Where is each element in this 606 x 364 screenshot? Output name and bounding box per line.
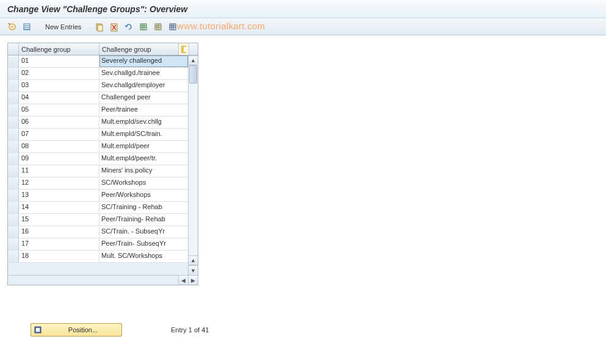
cell-code[interactable]: 15 <box>19 214 99 226</box>
copy-icon[interactable] <box>93 21 106 33</box>
row-selector[interactable] <box>8 177 19 189</box>
cell-code[interactable]: 09 <box>19 153 99 165</box>
position-icon <box>31 326 45 334</box>
table-row: 15Peer/Training- Rehab <box>8 214 188 226</box>
position-label: Position... <box>45 326 121 334</box>
cell-code[interactable]: 05 <box>19 104 99 116</box>
row-selector[interactable] <box>8 92 19 104</box>
row-selector[interactable] <box>8 190 19 201</box>
row-selector[interactable] <box>8 238 19 250</box>
row-selector[interactable] <box>8 116 19 128</box>
cell-code[interactable]: 14 <box>19 202 99 213</box>
table-row: 09Mult.empld/peer/tr. <box>8 153 188 165</box>
row-selector[interactable] <box>8 251 19 262</box>
row-selector[interactable] <box>8 165 19 177</box>
table-header: Challenge group Challenge group <box>8 43 198 55</box>
scroll-track[interactable] <box>189 65 198 255</box>
cell-desc[interactable]: Peer/trainee <box>99 104 188 116</box>
cell-desc[interactable]: Severely challenged <box>99 55 188 67</box>
row-selector[interactable] <box>8 153 19 165</box>
svg-rect-9 <box>182 46 184 52</box>
cell-desc[interactable]: Miners' ins.policy <box>99 165 188 177</box>
cell-code[interactable]: 16 <box>19 226 99 238</box>
column-config-icon[interactable] <box>179 43 189 55</box>
table-config-icon[interactable] <box>167 21 179 33</box>
content-area: Challenge group Challenge group 01Severe… <box>0 35 606 364</box>
cell-desc[interactable]: Mult. SC/Workshops <box>99 251 188 262</box>
table-row: 13Peer/Workshops <box>8 190 188 202</box>
cell-desc[interactable]: Mult.empld/SC/train. <box>99 129 188 140</box>
row-selector[interactable] <box>8 55 19 67</box>
svg-rect-6 <box>155 24 161 30</box>
scroll-right-icon[interactable]: ▶ <box>188 276 198 285</box>
table-row: 16SC/Train. - SubseqYr <box>8 226 188 238</box>
row-selector[interactable] <box>8 202 19 213</box>
scroll-thumb[interactable] <box>189 65 197 84</box>
position-button[interactable]: Position... <box>31 323 122 337</box>
table-row: 07Mult.empld/SC/train. <box>8 129 188 141</box>
row-selector[interactable] <box>8 104 19 116</box>
vertical-scrollbar[interactable]: ▲ ▲ ▼ <box>188 55 198 275</box>
table-row: 18Mult. SC/Workshops <box>8 251 188 263</box>
header-code[interactable]: Challenge group <box>19 43 99 55</box>
table-row: 06Mult.empld/sev.chllg <box>8 116 188 129</box>
row-selector[interactable] <box>8 141 19 152</box>
table-row: 08Mult.empld/peer <box>8 141 188 153</box>
cell-code[interactable]: 07 <box>19 129 99 140</box>
watermark: www.tutorialkart.com <box>177 21 265 31</box>
undo-icon[interactable] <box>123 21 135 33</box>
cell-desc[interactable]: Mult.empld/peer <box>99 141 188 152</box>
cell-code[interactable]: 03 <box>19 80 99 91</box>
cell-desc[interactable]: SC/Train. - SubseqYr <box>99 226 188 238</box>
table-row: 02Sev.challgd./trainee <box>8 68 188 80</box>
page-title: Change View "Challenge Groups": Overview <box>7 4 187 14</box>
expand-icon[interactable] <box>21 21 33 33</box>
svg-rect-5 <box>140 24 146 30</box>
row-selector[interactable] <box>8 214 19 226</box>
scroll-left-icon[interactable]: ◀ <box>178 276 188 285</box>
cell-desc[interactable]: Mult.empld/sev.chllg <box>99 116 188 128</box>
cell-code[interactable]: 13 <box>19 190 99 201</box>
cell-code[interactable]: 08 <box>19 141 99 152</box>
header-desc[interactable]: Challenge group <box>99 43 179 55</box>
svg-point-0 <box>12 26 13 27</box>
cell-code[interactable]: 11 <box>19 165 99 177</box>
row-selector[interactable] <box>8 68 19 79</box>
cell-desc[interactable]: Peer/Training- Rehab <box>99 214 188 226</box>
table-body: 01Severely challenged02Sev.challgd./trai… <box>8 55 198 275</box>
scroll-down-icon[interactable]: ▼ <box>189 265 198 275</box>
horizontal-scrollbar[interactable]: ◀ ▶ <box>8 275 198 285</box>
cell-code[interactable]: 18 <box>19 251 99 262</box>
new-entries-button[interactable]: New Entries <box>41 22 85 32</box>
table-row: 14SC/Training - Rehab <box>8 202 188 214</box>
cell-code[interactable]: 04 <box>19 92 99 104</box>
row-selector[interactable] <box>8 226 19 238</box>
cell-desc[interactable]: Mult.empld/peer/tr. <box>99 153 188 165</box>
cell-code[interactable]: 02 <box>19 68 99 79</box>
svg-rect-7 <box>170 24 176 30</box>
cell-code[interactable]: 01 <box>19 55 99 67</box>
cell-code[interactable]: 06 <box>19 116 99 128</box>
cell-code[interactable]: 17 <box>19 238 99 250</box>
header-select-all[interactable] <box>8 43 19 55</box>
scroll-up-icon[interactable]: ▲ <box>189 55 198 65</box>
cell-desc[interactable]: Sev.challgd./trainee <box>99 68 188 79</box>
cell-desc[interactable]: Peer/Train- SubseqYr <box>99 238 188 250</box>
deselect-all-icon[interactable] <box>152 21 164 33</box>
table-row: 01Severely challenged <box>8 55 188 68</box>
cell-desc[interactable]: SC/Training - Rehab <box>99 202 188 213</box>
row-selector[interactable] <box>8 80 19 91</box>
table-row: 05Peer/trainee <box>8 104 188 116</box>
cell-desc[interactable]: SC/Workshops <box>99 177 188 189</box>
table-row: 03Sev.challgd/employer <box>8 80 188 92</box>
cell-code[interactable]: 12 <box>19 177 99 189</box>
scroll-step-up-icon[interactable]: ▲ <box>189 255 198 265</box>
row-selector[interactable] <box>8 129 19 140</box>
select-all-icon[interactable] <box>137 21 150 33</box>
delete-icon[interactable] <box>108 21 120 33</box>
cell-desc[interactable]: Peer/Workshops <box>99 190 188 201</box>
toggle-display-icon[interactable] <box>6 21 18 33</box>
cell-desc[interactable]: Sev.challgd/employer <box>99 80 188 91</box>
table-row: 12SC/Workshops <box>8 177 188 190</box>
cell-desc[interactable]: Challenged peer <box>99 92 188 104</box>
